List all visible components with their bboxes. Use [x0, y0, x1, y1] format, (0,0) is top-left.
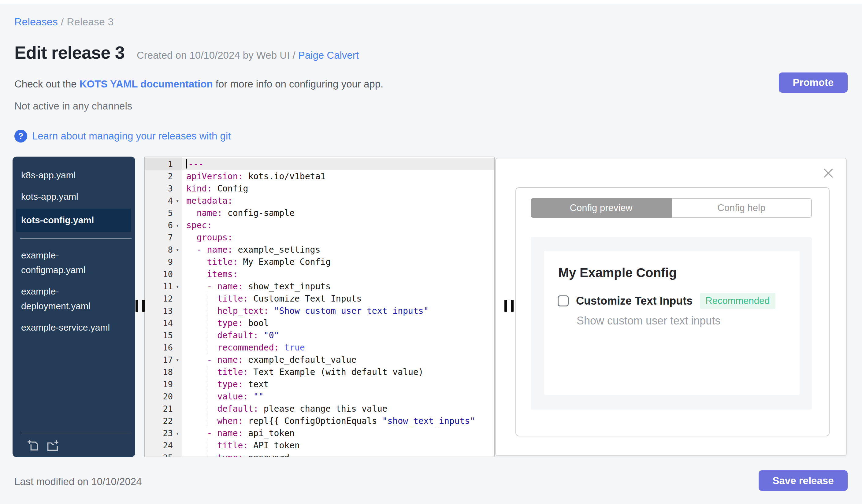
token-s: "show_text_inputs": [382, 416, 475, 426]
sidebar-file-kots-config.yaml[interactable]: kots-config.yaml: [16, 209, 131, 232]
code-text[interactable]: default: please change this value: [182, 403, 494, 415]
token-k: ---: [188, 159, 204, 169]
tab-config-preview[interactable]: Config preview: [531, 198, 672, 218]
token-s: "Show custom user text inputs": [269, 306, 429, 316]
kots-yaml-doc-link[interactable]: KOTS YAML documentation: [80, 78, 213, 90]
line-number-5: 5: [145, 207, 182, 219]
code-text[interactable]: groups:: [182, 231, 494, 244]
fold-caret-empty: [173, 183, 182, 195]
fold-caret-empty: [173, 231, 182, 244]
fold-caret-empty: [173, 158, 182, 170]
code-text[interactable]: type: text: [182, 378, 494, 390]
indent-guide: [207, 305, 207, 317]
code-text[interactable]: spec:: [182, 219, 494, 231]
code-text[interactable]: default: "0": [182, 329, 494, 342]
line-number-4: 4▾: [145, 195, 182, 207]
yaml-code-editor[interactable]: 1---2apiVersion: kots.io/v1beta13kind: C…: [144, 157, 495, 457]
config-item-row: Customize Text Inputs Recommended: [558, 293, 800, 309]
code-text[interactable]: metadata:: [182, 195, 494, 207]
channel-status: Not active in any channels: [14, 100, 132, 112]
code-text[interactable]: type: password: [182, 452, 494, 457]
fold-caret-icon[interactable]: ▾: [173, 280, 182, 293]
sidebar-file-k8s-app.yaml[interactable]: k8s-app.yaml: [13, 164, 127, 186]
git-link-text: Learn about managing your releases with …: [32, 130, 231, 142]
git-help-link[interactable]: ? Learn about managing your releases wit…: [14, 130, 231, 143]
code-text[interactable]: when: repl{{ ConfigOptionEquals "show_te…: [182, 415, 494, 427]
code-line-7: 7 groups:: [145, 231, 494, 244]
fold-caret-icon[interactable]: ▾: [173, 244, 182, 256]
fold-caret-empty: [173, 305, 182, 317]
code-line-19: 19 type: text: [145, 378, 494, 390]
line-number-text: 3: [145, 183, 173, 195]
customize-text-inputs-checkbox[interactable]: [558, 295, 569, 306]
line-number-text: 12: [145, 293, 173, 305]
fold-caret-icon[interactable]: ▾: [173, 195, 182, 207]
code-text[interactable]: ---: [182, 158, 494, 170]
code-text[interactable]: title: Customize Text Inputs: [182, 293, 494, 305]
code-text[interactable]: - name: show_text_inputs: [182, 280, 494, 293]
token-t: My Example Config: [238, 257, 331, 267]
line-number-14: 14: [145, 317, 182, 329]
line-number-9: 9: [145, 256, 182, 268]
line-number-6: 6▾: [145, 219, 182, 231]
close-icon[interactable]: [822, 167, 835, 179]
line-number-text: 21: [145, 403, 173, 415]
indent-guide: [207, 342, 207, 354]
token-t: example_default_value: [243, 355, 356, 365]
breadcrumb-releases-link[interactable]: Releases: [14, 16, 58, 27]
code-text[interactable]: - name: example_settings: [182, 244, 494, 256]
token-t: API token: [248, 440, 300, 450]
code-text[interactable]: name: config-sample: [182, 207, 494, 219]
new-folder-icon[interactable]: [45, 439, 59, 452]
token-k: type:: [186, 318, 243, 328]
save-release-button[interactable]: Save release: [759, 470, 848, 491]
code-text[interactable]: title: My Example Config: [182, 256, 494, 268]
doc-hint-suffix: for more info on configuring your app.: [213, 78, 383, 90]
sidebar-file-example-service.yaml[interactable]: example-service.yaml: [13, 317, 127, 338]
token-k: groups:: [186, 233, 233, 242]
token-k: default:: [186, 404, 259, 414]
new-file-icon[interactable]: [27, 439, 40, 452]
line-number-11: 11▾: [145, 280, 182, 293]
sidebar-file-kots-app.yaml[interactable]: kots-app.yaml: [13, 186, 127, 207]
code-text[interactable]: type: bool: [182, 317, 494, 329]
breadcrumb: Releases/Release 3: [14, 16, 114, 28]
code-text[interactable]: title: API token: [182, 439, 494, 452]
indent-guide: [207, 452, 207, 457]
code-text[interactable]: value: "": [182, 390, 494, 403]
pane-resize-handle-right[interactable]: [505, 300, 514, 312]
line-number-20: 20: [145, 390, 182, 403]
code-line-20: 20 value: "": [145, 390, 494, 403]
code-text[interactable]: title: Text Example (with default value): [182, 366, 494, 378]
line-number-text: 25: [145, 452, 173, 457]
code-text[interactable]: help_text: "Show custom user text inputs…: [182, 305, 494, 317]
fold-caret-icon[interactable]: ▾: [173, 427, 182, 439]
line-number-7: 7: [145, 231, 182, 244]
sidebar-file-example-deployment.yaml[interactable]: example-deployment.yaml: [13, 281, 127, 317]
code-text[interactable]: recommended: true: [182, 342, 494, 354]
fold-caret-icon[interactable]: ▾: [173, 354, 182, 366]
promote-button[interactable]: Promote: [779, 72, 848, 93]
token-k: kind:: [186, 184, 212, 194]
line-number-10: 10: [145, 268, 182, 280]
token-k: type:: [186, 453, 243, 457]
code-text[interactable]: - name: example_default_value: [182, 354, 494, 366]
code-text[interactable]: items:: [182, 268, 494, 280]
code-text[interactable]: kind: Config: [182, 183, 494, 195]
token-k: items:: [186, 269, 238, 279]
code-line-18: 18 title: Text Example (with default val…: [145, 366, 494, 378]
author-link[interactable]: Paige Calvert: [298, 50, 359, 61]
sidebar-footer: [13, 433, 135, 457]
preview-content-area: My Example Config Customize Text Inputs …: [531, 237, 812, 410]
tab-config-help[interactable]: Config help: [672, 198, 812, 218]
token-k: value:: [186, 392, 248, 401]
fold-caret-icon[interactable]: ▾: [173, 219, 182, 231]
line-number-text: 10: [145, 268, 173, 280]
code-text[interactable]: apiVersion: kots.io/v1beta1: [182, 170, 494, 183]
pane-resize-handle-left[interactable]: [135, 300, 145, 312]
sidebar-file-example-configmap.yaml[interactable]: example-configmap.yaml: [13, 245, 127, 281]
code-text[interactable]: - name: api_token: [182, 427, 494, 439]
code-line-16: 16 recommended: true: [145, 342, 494, 354]
line-number-text: 1: [145, 158, 173, 170]
doc-hint-prefix: Check out the: [14, 78, 80, 90]
